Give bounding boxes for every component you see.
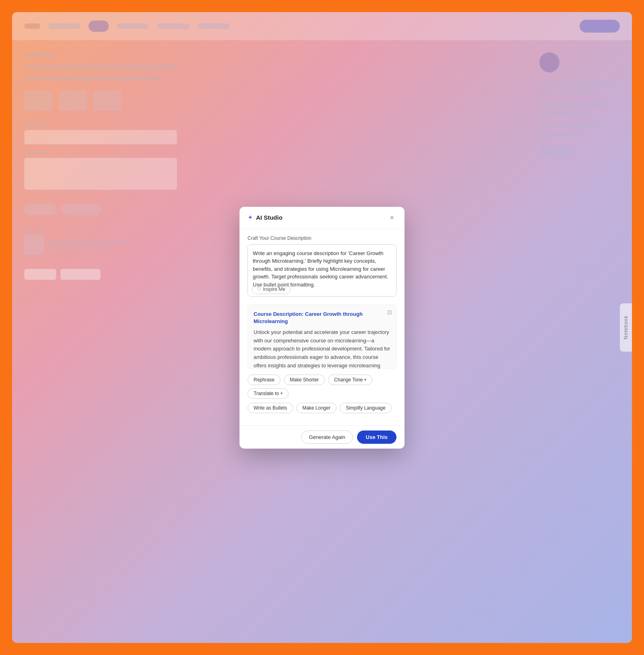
bg-logo xyxy=(24,23,40,29)
bg-tag-2 xyxy=(61,204,101,215)
bg-thumb-line-1 xyxy=(48,240,129,244)
bg-sidebar-line-5 xyxy=(539,123,600,127)
write-as-bullets-label: Write as Bullets xyxy=(254,405,287,411)
copy-icon[interactable]: ⊡ xyxy=(387,309,392,315)
result-body-text: Unlock your potential and accelerate you… xyxy=(254,329,390,369)
bg-cta-button xyxy=(580,20,620,33)
bg-sidebar-line-6 xyxy=(539,132,580,136)
generate-again-label: Generate Again xyxy=(309,434,345,440)
bg-thumb-1 xyxy=(24,235,44,255)
result-body: Unlock your potential and accelerate you… xyxy=(254,328,390,369)
modal-header: ✦ AI Studio × xyxy=(239,207,405,229)
bg-title-line xyxy=(24,65,177,70)
translate-to-chevron-icon: ▾ xyxy=(281,391,283,395)
bg-sidebar-btn xyxy=(539,146,572,157)
make-longer-button[interactable]: Make Longer xyxy=(296,403,336,413)
simplify-language-button[interactable]: Simplify Language xyxy=(340,403,392,413)
bg-nav-3 xyxy=(117,23,149,29)
bg-field-label-1 xyxy=(24,123,48,126)
notebook-tab: Notebook xyxy=(620,303,632,352)
bg-nav-5 xyxy=(197,23,229,29)
modal-title: AI Studio xyxy=(256,214,283,221)
simplify-language-label: Simplify Language xyxy=(346,405,386,411)
modal-body: Craft Your Course Description ♡ Inspire … xyxy=(239,229,405,425)
bg-nav-4 xyxy=(157,23,189,29)
bg-stat-1 xyxy=(24,91,52,111)
change-tone-chevron-icon: ▾ xyxy=(364,377,366,382)
bg-action-2 xyxy=(60,269,101,280)
inspire-me-button[interactable]: ♡ Inspire Me xyxy=(252,284,291,294)
make-longer-label: Make Longer xyxy=(302,405,330,411)
ai-sparkle-icon: ✦ xyxy=(248,214,253,221)
bg-tag-1 xyxy=(24,204,56,215)
ai-studio-modal: ✦ AI Studio × Craft Your Course Descript… xyxy=(239,207,405,449)
bg-nav-2 xyxy=(89,21,109,32)
section-label: Craft Your Course Description xyxy=(248,235,396,241)
action-buttons-row1: Rephrase Make Shorter Change Tone ▾ Tran… xyxy=(248,375,396,399)
inspire-heart-icon: ♡ xyxy=(257,286,261,292)
bg-sidebar-line-1 xyxy=(539,81,612,85)
bg-breadcrumb xyxy=(24,52,56,57)
bg-sidebar-right xyxy=(539,52,620,157)
use-this-label: Use This xyxy=(366,434,388,440)
make-shorter-button[interactable]: Make Shorter xyxy=(284,375,325,385)
bg-stat-3 xyxy=(93,91,122,111)
bg-section-label xyxy=(24,227,44,231)
bg-form-fields xyxy=(24,123,620,190)
make-shorter-label: Make Shorter xyxy=(290,377,319,383)
bg-field-label-2 xyxy=(24,150,48,154)
bg-field-2 xyxy=(24,158,177,190)
change-tone-button[interactable]: Change Tone ▾ xyxy=(328,375,372,385)
action-buttons-row2: Write as Bullets Make Longer Simplify La… xyxy=(248,403,396,413)
modal-overlay: ✦ AI Studio × Craft Your Course Descript… xyxy=(239,207,405,449)
notebook-tab-label: Notebook xyxy=(623,315,629,339)
rephrase-button[interactable]: Rephrase xyxy=(248,375,281,385)
change-tone-label: Change Tone xyxy=(334,377,363,383)
bg-action-1 xyxy=(24,269,56,280)
result-title: Course Description: Career Growth throug… xyxy=(254,311,390,325)
bg-sidebar-line-3 xyxy=(539,102,604,106)
bg-sidebar-line-2 xyxy=(539,90,596,94)
prompt-wrapper: ♡ Inspire Me xyxy=(248,244,396,298)
outer-frame: Notebook ✦ AI Studio × Craft Your Course… xyxy=(12,12,632,643)
bg-thumb-text xyxy=(48,235,129,255)
bg-stat-2 xyxy=(59,91,87,111)
bg-top-bar xyxy=(12,12,632,40)
result-section: ⊡ Course Description: Career Growth thro… xyxy=(248,305,396,369)
generate-again-button[interactable]: Generate Again xyxy=(301,430,353,444)
modal-title-group: ✦ AI Studio xyxy=(248,214,283,221)
rephrase-label: Rephrase xyxy=(254,377,275,383)
bg-field-1 xyxy=(24,130,177,144)
use-this-button[interactable]: Use This xyxy=(357,430,396,444)
bg-thumb-line-2 xyxy=(48,246,113,249)
close-button[interactable]: × xyxy=(387,213,396,222)
translate-to-button[interactable]: Translate to ▾ xyxy=(248,388,289,399)
bg-stats-row xyxy=(24,91,620,111)
bg-subtitle-line xyxy=(24,76,161,80)
inspire-label: Inspire Me xyxy=(263,286,285,292)
modal-footer: Generate Again Use This xyxy=(239,425,405,449)
bg-nav-1 xyxy=(48,23,80,29)
bg-avatar xyxy=(539,52,559,72)
write-as-bullets-button[interactable]: Write as Bullets xyxy=(248,403,293,413)
translate-to-label: Translate to xyxy=(254,391,279,396)
bg-sidebar-line-4 xyxy=(539,111,588,115)
